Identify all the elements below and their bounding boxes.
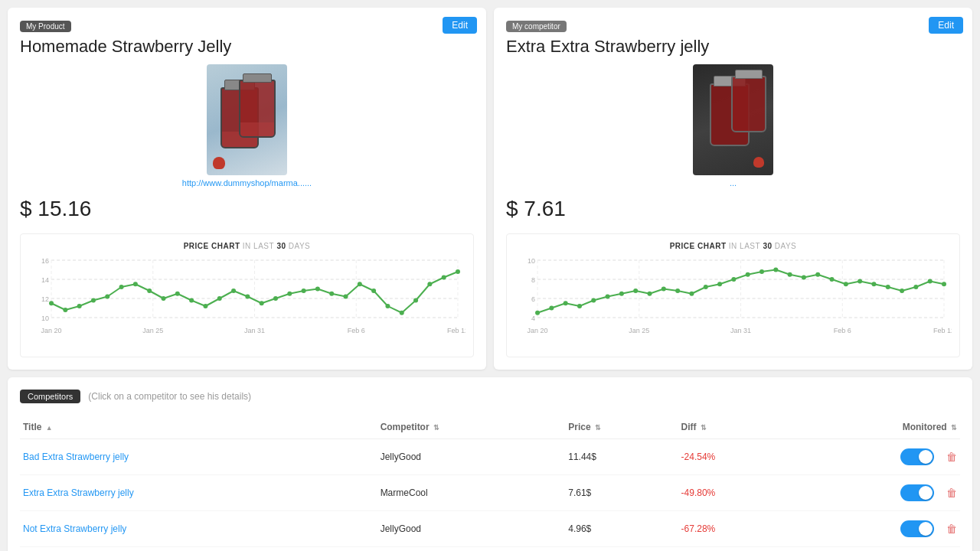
- col-header-monitored: Monitored ⇅: [791, 416, 960, 439]
- row-price-cell: 11.44$: [565, 439, 678, 475]
- my-product-panel: My Product Edit Homemade Strawberry Jell…: [8, 8, 486, 370]
- svg-point-85: [802, 276, 806, 280]
- row-title-cell[interactable]: Bad Extra Strawberry jelly: [20, 439, 377, 475]
- row-competitor-cell: JellyGood: [377, 439, 566, 475]
- monitored-toggle[interactable]: [900, 448, 934, 465]
- col-header-title: Title ▲: [20, 416, 377, 439]
- svg-point-46: [442, 276, 446, 280]
- svg-point-91: [886, 285, 890, 289]
- svg-point-79: [717, 282, 722, 286]
- svg-point-23: [119, 285, 124, 289]
- row-competitor-cell: JellyGood: [377, 511, 566, 547]
- col-monitored-label: Monitored: [903, 422, 947, 432]
- svg-text:10: 10: [528, 257, 535, 265]
- svg-point-92: [900, 289, 904, 293]
- delete-icon[interactable]: 🗑: [946, 451, 957, 463]
- price-sort-icon[interactable]: ⇅: [595, 424, 601, 432]
- svg-text:Jan 31: Jan 31: [244, 327, 265, 334]
- title-sort-icon[interactable]: ▲: [46, 424, 53, 432]
- svg-point-81: [746, 272, 750, 277]
- svg-point-38: [329, 292, 334, 296]
- my-product-image-area: http://www.dummyshop/marma......: [20, 64, 474, 187]
- svg-point-66: [535, 311, 540, 315]
- svg-point-30: [217, 296, 222, 301]
- top-panels: My Product Edit Homemade Strawberry Jell…: [0, 0, 980, 377]
- svg-point-28: [189, 298, 194, 303]
- col-price-label: Price: [568, 422, 590, 432]
- svg-point-70: [591, 298, 596, 303]
- svg-point-68: [564, 301, 568, 305]
- competitor-sort-icon[interactable]: ⇅: [433, 424, 439, 432]
- svg-text:Feb 12: Feb 12: [447, 327, 466, 334]
- table-row[interactable]: Not Extra Strawberry jelly JellyGood 4.9…: [20, 511, 960, 547]
- svg-point-39: [344, 295, 348, 299]
- monitored-toggle[interactable]: [900, 484, 934, 501]
- svg-point-47: [456, 269, 460, 274]
- row-price-cell: 4.96$: [565, 511, 678, 547]
- svg-text:Jan 25: Jan 25: [629, 327, 649, 334]
- svg-point-89: [858, 279, 862, 284]
- svg-point-78: [704, 285, 708, 289]
- competitor-title-link[interactable]: Not Extra Strawberry jelly: [23, 523, 126, 534]
- svg-text:Feb 6: Feb 6: [348, 327, 365, 334]
- svg-text:6: 6: [531, 295, 535, 303]
- svg-point-69: [577, 304, 582, 308]
- competitor-edit-button[interactable]: Edit: [929, 17, 963, 34]
- svg-point-84: [788, 272, 792, 277]
- svg-point-40: [358, 282, 362, 286]
- delete-icon[interactable]: 🗑: [946, 487, 957, 499]
- monitored-toggle[interactable]: [900, 520, 934, 537]
- row-title-cell[interactable]: Extra Extra Strawberry jelly: [20, 475, 377, 511]
- svg-point-22: [105, 295, 109, 299]
- app-container: My Product Edit Homemade Strawberry Jell…: [0, 0, 980, 551]
- my-product-link[interactable]: http://www.dummyshop/marma......: [182, 178, 312, 187]
- my-product-chart-days-suffix: DAYS: [289, 242, 311, 250]
- svg-point-35: [287, 292, 292, 296]
- svg-text:Jan 25: Jan 25: [142, 327, 163, 334]
- svg-text:Jan 31: Jan 31: [730, 327, 751, 334]
- row-diff-cell: -49.80%: [678, 475, 791, 511]
- competitor-panel: My competitor Edit Extra Extra Strawberr…: [494, 8, 972, 370]
- svg-point-21: [91, 298, 96, 303]
- competitor-price-chart: 46810Jan 20Jan 25Jan 31Feb 6Feb 12: [514, 256, 952, 348]
- competitor-image-area: ...: [506, 64, 960, 187]
- competitor-chart-in-last: IN LAST: [729, 242, 760, 250]
- svg-point-26: [162, 296, 166, 301]
- competitor-chart-days-num: 30: [763, 242, 772, 250]
- svg-point-45: [427, 282, 432, 286]
- svg-text:Jan 20: Jan 20: [528, 327, 548, 334]
- competitor-chart-title: PRICE CHART IN LAST 30 DAYS: [514, 242, 952, 250]
- delete-icon[interactable]: 🗑: [946, 523, 957, 535]
- svg-point-27: [175, 292, 180, 296]
- row-title-cell[interactable]: Not Extra Strawberry jelly: [20, 511, 377, 547]
- svg-point-74: [648, 292, 652, 296]
- monitored-sort-icon[interactable]: ⇅: [951, 424, 957, 432]
- col-header-diff: Diff ⇅: [678, 416, 791, 439]
- svg-point-37: [315, 287, 320, 292]
- svg-text:8: 8: [531, 276, 535, 284]
- competitor-title-link[interactable]: Bad Extra Strawberry jelly: [23, 452, 129, 462]
- svg-point-82: [760, 269, 764, 274]
- svg-point-76: [675, 289, 680, 293]
- svg-point-80: [731, 277, 736, 282]
- diff-sort-icon[interactable]: ⇅: [701, 424, 707, 432]
- svg-point-71: [606, 295, 610, 299]
- table-row[interactable]: Extra Extra Strawberry jelly MarmeCool 7…: [20, 475, 960, 511]
- row-competitor-cell: MarmeCool: [377, 475, 566, 511]
- competitor-title-link[interactable]: Extra Extra Strawberry jelly: [23, 487, 134, 498]
- competitors-header: Competitors (Click on a competitor to se…: [20, 390, 960, 403]
- svg-point-86: [815, 272, 820, 277]
- svg-text:Jan 20: Jan 20: [41, 327, 62, 334]
- svg-point-94: [928, 279, 933, 284]
- svg-point-24: [133, 282, 138, 286]
- table-row[interactable]: Bad Extra Strawberry jelly JellyGood 11.…: [20, 439, 960, 475]
- svg-point-19: [63, 308, 67, 312]
- svg-point-29: [203, 304, 207, 308]
- col-header-price: Price ⇅: [565, 416, 678, 439]
- competitor-product-link[interactable]: ...: [730, 178, 737, 187]
- my-product-edit-button[interactable]: Edit: [443, 17, 477, 34]
- my-product-chart-title: PRICE CHART IN LAST 30 DAYS: [28, 242, 466, 250]
- svg-point-18: [49, 301, 54, 305]
- svg-text:Feb 6: Feb 6: [834, 327, 851, 334]
- svg-point-87: [830, 277, 835, 282]
